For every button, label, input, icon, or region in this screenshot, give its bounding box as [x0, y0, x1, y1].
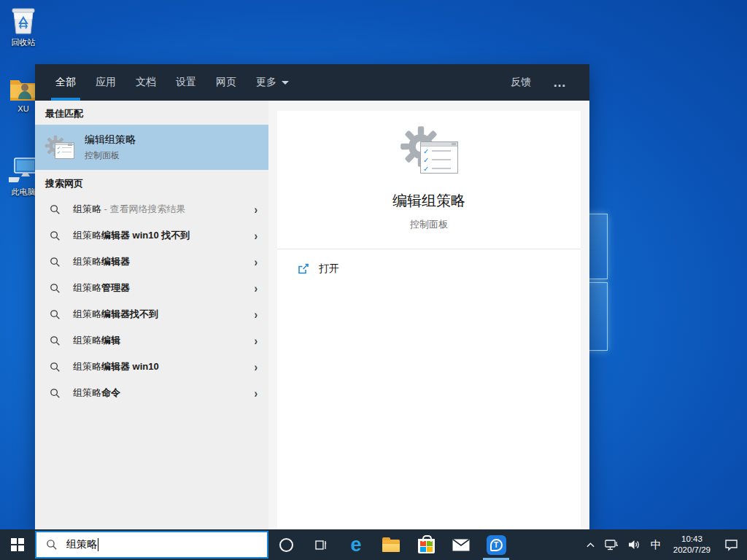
search-results-list: 最佳匹配	[35, 101, 268, 529]
search-suggestion-row[interactable]: 组策略管理器 ›	[35, 275, 268, 301]
suggestion-query: 组策略	[73, 203, 101, 214]
search-icon	[50, 230, 61, 241]
action-center-button[interactable]	[717, 529, 747, 560]
search-suggestion-row[interactable]: 组策略命令 ›	[35, 380, 268, 406]
chevron-right-icon[interactable]: ›	[255, 361, 258, 373]
preview-subtitle: 控制面板	[277, 218, 581, 231]
search-suggestion-row[interactable]: 组策略编辑器找不到 ›	[35, 301, 268, 327]
volume-button[interactable]	[623, 529, 646, 560]
open-label: 打开	[319, 262, 339, 276]
network-button[interactable]	[600, 529, 623, 560]
search-icon	[46, 539, 58, 551]
gear-checklist-icon: ✓ ✓	[44, 133, 75, 161]
search-icon	[50, 257, 61, 268]
tab-label: 应用	[96, 76, 116, 89]
suggestion-query: 组策略	[73, 387, 101, 398]
file-explorer-button[interactable]	[374, 529, 409, 560]
suggestion-query: 组策略	[73, 308, 101, 319]
search-icon	[50, 283, 61, 294]
best-match-result[interactable]: ✓ ✓ 编辑组策略 控制面板	[35, 125, 268, 170]
chevron-down-icon	[282, 81, 289, 85]
tab-label: 文档	[136, 76, 156, 89]
edge-icon: e	[350, 535, 361, 555]
taskbar-clock[interactable]: 10:43 2020/7/29	[667, 534, 717, 556]
tray-expand-button[interactable]	[581, 529, 600, 560]
chevron-right-icon[interactable]: ›	[255, 203, 258, 216]
text-caret	[98, 538, 98, 551]
open-command[interactable]: 打开	[277, 252, 581, 286]
tab-label: 设置	[176, 76, 196, 89]
feedback-button[interactable]: 反馈	[511, 76, 531, 89]
preview-pane: ✓ ✓ ✓ 编辑组策略 控制面板 打开	[277, 101, 589, 529]
taskbar: 组策略 e T	[0, 529, 747, 560]
chevron-right-icon[interactable]: ›	[255, 230, 258, 242]
taskbar-search-input[interactable]: 组策略	[35, 531, 268, 559]
chevron-right-icon[interactable]: ›	[255, 308, 258, 321]
search-suggestion-row[interactable]: 组策略编辑器 ›	[35, 249, 268, 275]
tab-label: 更多	[256, 76, 276, 89]
volume-icon	[627, 539, 641, 551]
open-external-icon	[298, 263, 309, 275]
action-center-icon	[724, 539, 738, 551]
suggestion-completion: 编辑器找不到	[101, 308, 158, 319]
windows-start-icon	[11, 538, 24, 551]
tab-label: 网页	[216, 76, 236, 89]
tray-date: 2020/7/29	[673, 545, 711, 556]
driver-app-button[interactable]: T	[479, 529, 514, 560]
mail-button[interactable]	[444, 529, 479, 560]
tab-all[interactable]: 全部	[55, 64, 76, 101]
mail-icon	[452, 539, 470, 551]
ime-indicator[interactable]: 中	[646, 538, 667, 552]
search-suggestion-row[interactable]: 组策略编辑 ›	[35, 327, 268, 354]
chevron-right-icon[interactable]: ›	[255, 387, 258, 400]
desktop-icon-recycle-bin[interactable]: 回收站	[3, 4, 44, 48]
task-view-button[interactable]	[303, 529, 338, 560]
network-icon	[604, 539, 619, 551]
search-suggestion-row[interactable]: 组策略编辑器 win10 找不到 ›	[35, 222, 268, 249]
best-match-title: 编辑组策略	[85, 133, 136, 147]
suggestion-completion: 管理器	[101, 282, 130, 293]
search-icon	[50, 362, 61, 373]
suggestion-completion: 编辑器 win10	[101, 361, 159, 372]
system-tray: 中 10:43 2020/7/29	[581, 529, 747, 560]
cortana-button[interactable]	[268, 529, 303, 560]
tab-more[interactable]: 更多	[256, 64, 289, 101]
suggestion-completion: - 查看网络搜索结果	[101, 203, 186, 214]
recycle-bin-icon	[3, 4, 44, 35]
tab-settings[interactable]: 设置	[176, 64, 196, 101]
suggestion-completion: 编辑	[101, 335, 120, 346]
search-flyout-panel: 全部 应用 文档 设置 网页 更多 反馈 … 最佳匹配	[35, 64, 589, 529]
ellipsis-menu-button[interactable]: …	[553, 79, 568, 86]
tab-label: 全部	[55, 76, 76, 89]
suggestion-query: 组策略	[73, 361, 101, 372]
suggestion-query: 组策略	[73, 256, 101, 267]
suggestion-completion: 编辑器	[101, 256, 130, 267]
search-icon	[50, 309, 61, 320]
edge-button[interactable]: e	[338, 529, 374, 560]
chevron-right-icon[interactable]: ›	[255, 282, 258, 295]
gear-checklist-icon: ✓ ✓ ✓	[398, 125, 460, 179]
start-button[interactable]	[0, 529, 35, 560]
panel-divider	[268, 101, 277, 529]
chevron-right-icon[interactable]: ›	[255, 335, 258, 347]
search-tabs-header: 全部 应用 文档 设置 网页 更多 反馈 …	[35, 64, 589, 101]
suggestion-completion: 命令	[101, 387, 120, 398]
desktop-icon-label: 回收站	[3, 37, 44, 48]
suggestion-query: 组策略	[73, 282, 101, 293]
task-view-icon	[314, 537, 328, 552]
search-icon	[50, 204, 61, 215]
search-query-text: 组策略	[66, 538, 97, 551]
search-suggestion-row[interactable]: 组策略编辑器 win10 ›	[35, 354, 268, 380]
web-search-header: 搜索网页	[35, 170, 268, 196]
best-match-header: 最佳匹配	[35, 101, 268, 125]
chevron-right-icon[interactable]: ›	[255, 256, 258, 268]
store-button[interactable]	[409, 529, 444, 560]
cortana-icon	[279, 538, 293, 552]
chevron-up-icon	[586, 541, 595, 548]
tab-apps[interactable]: 应用	[96, 64, 116, 101]
search-icon	[50, 335, 61, 346]
tab-documents[interactable]: 文档	[136, 64, 156, 101]
tab-web[interactable]: 网页	[216, 64, 236, 101]
best-match-subtitle: 控制面板	[85, 149, 136, 162]
search-suggestion-row[interactable]: 组策略 - 查看网络搜索结果 ›	[35, 196, 268, 222]
